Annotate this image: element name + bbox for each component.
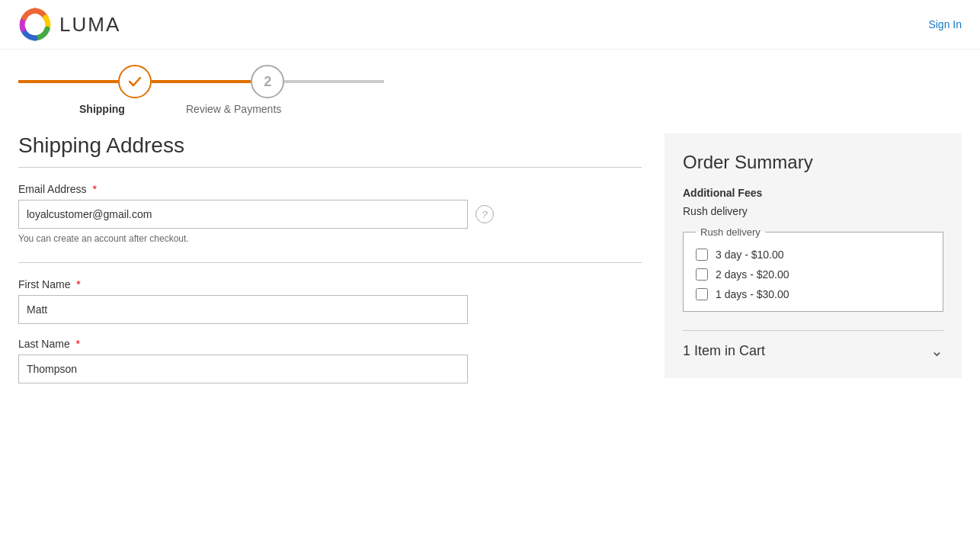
last-name-required-star: * xyxy=(76,338,80,350)
rush-option-3day: 3 day - $10.00 xyxy=(696,249,930,261)
email-form-group: Email Address * ? You can create an acco… xyxy=(18,183,642,244)
shipping-address-title: Shipping Address xyxy=(18,133,642,158)
header: LUMA Sign In xyxy=(0,0,980,50)
rush-delivery-legend: Rush delivery xyxy=(696,226,765,238)
luma-logo-icon xyxy=(18,8,52,41)
rush-option-2day: 2 days - $20.00 xyxy=(696,268,930,281)
order-summary-title: Order Summary xyxy=(683,152,943,173)
additional-fees-label: Additional Fees xyxy=(683,187,943,199)
rush-checkbox-1day[interactable] xyxy=(696,288,708,300)
step-line-1 xyxy=(18,80,118,83)
rush-option-1day: 1 days - $30.00 xyxy=(696,288,930,300)
email-input[interactable] xyxy=(18,200,468,229)
logo-text: LUMA xyxy=(59,13,120,37)
step-line-3 xyxy=(284,80,384,83)
logo-area: LUMA xyxy=(18,8,120,41)
order-summary-box: Order Summary Additional Fees Rush deliv… xyxy=(665,133,962,378)
last-name-label: Last Name * xyxy=(18,338,642,350)
rush-checkbox-2day[interactable] xyxy=(696,268,708,281)
rush-checkbox-3day[interactable] xyxy=(696,249,708,261)
right-column: Order Summary Additional Fees Rush deliv… xyxy=(665,133,962,397)
rush-label-3day[interactable]: 3 day - $10.00 xyxy=(716,249,784,261)
first-name-required-star: * xyxy=(76,278,80,290)
cart-summary-text: 1 Item in Cart xyxy=(683,343,765,359)
first-name-input[interactable] xyxy=(18,295,468,324)
rush-delivery-fieldset: Rush delivery 3 day - $10.00 2 days - $2… xyxy=(683,226,943,312)
checkmark-icon xyxy=(127,73,143,90)
rush-label-1day[interactable]: 1 days - $30.00 xyxy=(716,288,789,300)
sign-in-link[interactable]: Sign In xyxy=(928,18,962,30)
step-2-circle: 2 xyxy=(251,65,284,98)
step-1-circle xyxy=(118,65,152,98)
last-name-input[interactable] xyxy=(18,354,468,383)
left-column: Shipping Address Email Address * ? You c… xyxy=(18,133,642,397)
form-divider xyxy=(18,262,642,263)
first-name-label: First Name * xyxy=(18,278,642,290)
progress-bar: 2 xyxy=(18,65,384,98)
first-name-form-group: First Name * xyxy=(18,278,642,324)
email-help-icon[interactable]: ? xyxy=(476,205,494,223)
cart-summary-row[interactable]: 1 Item in Cart ⌄ xyxy=(683,330,943,360)
email-label: Email Address * xyxy=(18,183,642,195)
rush-delivery-label: Rush delivery xyxy=(683,205,943,217)
email-required-star: * xyxy=(92,183,96,195)
step-line-middle xyxy=(152,80,251,83)
email-input-row: ? xyxy=(18,200,642,229)
title-divider xyxy=(18,167,642,168)
last-name-form-group: Last Name * xyxy=(18,338,642,383)
rush-label-2day[interactable]: 2 days - $20.00 xyxy=(716,268,789,281)
email-hint: You can create an account after checkout… xyxy=(18,233,642,244)
steps-labels: Shipping Review & Payments xyxy=(18,98,384,115)
chevron-down-icon: ⌄ xyxy=(930,342,943,360)
